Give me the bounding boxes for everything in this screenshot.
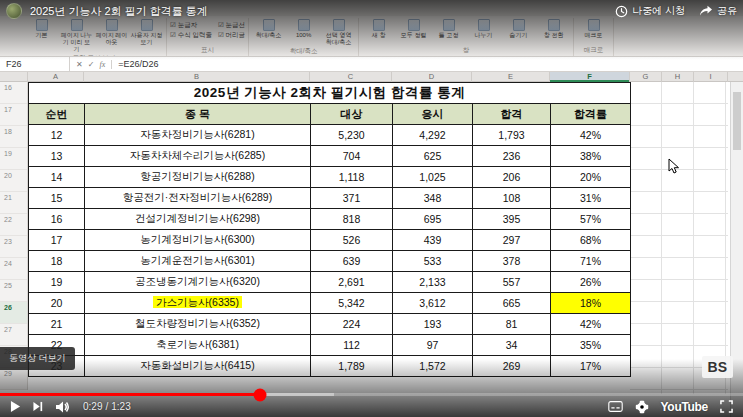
row-header-24[interactable]: 24: [0, 258, 27, 280]
table-cell[interactable]: 18: [29, 251, 85, 272]
table-cell[interactable]: 18%: [551, 293, 631, 314]
table-cell[interactable]: 12: [29, 125, 85, 146]
table-cell[interactable]: 236: [473, 146, 551, 167]
table-cell[interactable]: 1,025: [393, 167, 473, 188]
settings-button[interactable]: [635, 400, 649, 414]
table-cell[interactable]: 625: [393, 146, 473, 167]
table-cell[interactable]: 665: [473, 293, 551, 314]
column-header-G[interactable]: G: [630, 72, 662, 82]
subtitles-button[interactable]: [608, 401, 623, 412]
table-cell[interactable]: 38%: [551, 146, 631, 167]
ribbon-button[interactable]: 페이지 나누기 미리 보기: [60, 19, 93, 53]
next-button[interactable]: [33, 401, 43, 412]
table-cell[interactable]: 농기계운전기능사(6301): [85, 251, 311, 272]
row-header-18[interactable]: 18: [0, 126, 27, 148]
table-cell[interactable]: 206: [473, 167, 551, 188]
ribbon-button[interactable]: 모두 정렬: [397, 19, 430, 39]
table-cell[interactable]: 축로기능사(6381): [85, 335, 311, 356]
row-header-19[interactable]: 19: [0, 148, 27, 170]
table-cell[interactable]: 공조냉동기계기능사(6320): [85, 272, 311, 293]
table-cell[interactable]: 269: [473, 356, 551, 377]
table-cell[interactable]: 2,691: [311, 272, 393, 293]
fullscreen-button[interactable]: [720, 400, 733, 413]
table-cell[interactable]: 42%: [551, 125, 631, 146]
table-cell[interactable]: 항공기정비기능사(6288): [85, 167, 311, 188]
table-cell[interactable]: 19: [29, 272, 85, 293]
table-cell[interactable]: 439: [393, 230, 473, 251]
ribbon-button[interactable]: 선택 영역 확대/축소: [322, 19, 355, 46]
channel-watermark[interactable]: BS: [702, 356, 733, 378]
table-cell[interactable]: 14: [29, 167, 85, 188]
table-cell[interactable]: 13: [29, 146, 85, 167]
ribbon-button[interactable]: 기본: [25, 19, 58, 53]
table-cell[interactable]: 20: [29, 293, 85, 314]
table-cell[interactable]: 농기계정비기능사(6300): [85, 230, 311, 251]
table-cell[interactable]: 20%: [551, 167, 631, 188]
table-cell[interactable]: 71%: [551, 251, 631, 272]
table-cell[interactable]: 639: [311, 251, 393, 272]
table-cell[interactable]: 21: [29, 314, 85, 335]
ribbon-button[interactable]: 100%: [287, 19, 320, 46]
column-header-B[interactable]: B: [84, 72, 310, 82]
table-cell[interactable]: 224: [311, 314, 393, 335]
table-cell[interactable]: 818: [311, 209, 393, 230]
ribbon-button[interactable]: 틀 고정: [432, 19, 465, 39]
table-cell[interactable]: 건설기계정비기능사(6298): [85, 209, 311, 230]
formula-input[interactable]: =E26/D26: [112, 59, 158, 69]
ribbon-checkbox[interactable]: ☑ 머리글: [218, 31, 245, 40]
fx-icon[interactable]: fx: [99, 60, 105, 69]
table-cell[interactable]: 395: [473, 209, 551, 230]
row-header-20[interactable]: 20: [0, 170, 27, 192]
table-cell[interactable]: 378: [473, 251, 551, 272]
ribbon-checkbox[interactable]: ☑ 눈금자: [170, 21, 212, 30]
table-cell[interactable]: 348: [393, 188, 473, 209]
play-button[interactable]: [10, 400, 21, 413]
table-cell[interactable]: 17%: [551, 356, 631, 377]
table-cell[interactable]: 3,612: [393, 293, 473, 314]
ribbon-button[interactable]: 확대/축소: [252, 19, 285, 46]
table-cell[interactable]: 1,118: [311, 167, 393, 188]
table-cell[interactable]: 34: [473, 335, 551, 356]
ribbon-button[interactable]: 페이지 레이아웃: [95, 19, 128, 53]
ribbon-button[interactable]: 사용자 지정 보기: [130, 19, 163, 53]
table-cell[interactable]: 35%: [551, 335, 631, 356]
table-cell[interactable]: 15: [29, 188, 85, 209]
ribbon-button[interactable]: 숨기기: [502, 19, 535, 39]
ribbon-button[interactable]: 새 창: [362, 19, 395, 39]
table-cell[interactable]: 5,230: [311, 125, 393, 146]
table-cell[interactable]: 533: [393, 251, 473, 272]
table-cell[interactable]: 가스기능사(6335): [85, 293, 311, 314]
name-box[interactable]: F26: [0, 57, 70, 71]
table-cell[interactable]: 193: [393, 314, 473, 335]
cancel-icon[interactable]: ✕: [76, 60, 83, 69]
table-cell[interactable]: 1,789: [311, 356, 393, 377]
column-header-D[interactable]: D: [392, 72, 472, 82]
row-header-21[interactable]: 21: [0, 192, 27, 214]
table-cell[interactable]: 자동화설비기능사(6415): [85, 356, 311, 377]
table-cell[interactable]: 557: [473, 272, 551, 293]
table-cell[interactable]: 2,133: [393, 272, 473, 293]
row-header-25[interactable]: 25: [0, 280, 27, 302]
row-header-26[interactable]: 26: [0, 302, 27, 324]
row-header-23[interactable]: 23: [0, 236, 27, 258]
table-cell[interactable]: 자동차차체수리기능사(6285): [85, 146, 311, 167]
ribbon-button[interactable]: 나누기: [467, 19, 500, 39]
table-cell[interactable]: 81: [473, 314, 551, 335]
select-all-corner[interactable]: [0, 72, 28, 82]
table-cell[interactable]: 108: [473, 188, 551, 209]
channel-avatar[interactable]: [6, 3, 22, 19]
table-cell[interactable]: 1,572: [393, 356, 473, 377]
table-cell[interactable]: 42%: [551, 314, 631, 335]
column-header-I[interactable]: I: [694, 72, 728, 82]
table-cell[interactable]: 57%: [551, 209, 631, 230]
row-header-16[interactable]: 16: [0, 82, 27, 104]
table-cell[interactable]: 16: [29, 209, 85, 230]
enter-icon[interactable]: ✓: [88, 60, 95, 69]
table-cell[interactable]: 26%: [551, 272, 631, 293]
volume-button[interactable]: [55, 400, 71, 414]
ribbon-checkbox[interactable]: ☑ 수식 입력줄: [170, 31, 212, 40]
table-cell[interactable]: 695: [393, 209, 473, 230]
table-cell[interactable]: 112: [311, 335, 393, 356]
youtube-logo[interactable]: YouTube: [661, 400, 708, 414]
row-header-27[interactable]: 27: [0, 324, 27, 346]
